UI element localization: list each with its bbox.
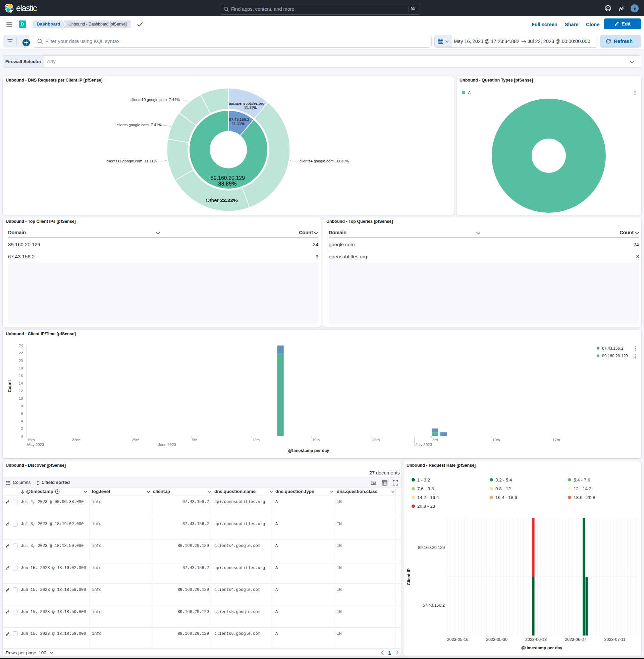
svg-text:9.8 - 12: 9.8 - 12 (496, 486, 511, 491)
svg-text:89.160.20.129: 89.160.20.129 (602, 354, 628, 358)
svg-text:67.43.156.2: 67.43.156.2 (229, 117, 250, 121)
svg-text:Count: Count (7, 380, 12, 392)
svg-text:18: 18 (19, 366, 23, 370)
svg-text:16: 16 (19, 374, 23, 378)
svg-text:2023-06-27: 2023-06-27 (565, 637, 586, 642)
svg-text:Other 22.22%: Other 22.22% (206, 197, 238, 203)
svg-text:14: 14 (19, 381, 23, 385)
svg-text:Client IP: Client IP (407, 568, 411, 585)
svg-text:19th: 19th (312, 438, 320, 442)
svg-text:12: 12 (19, 389, 23, 393)
svg-text:18.6 - 20.8: 18.6 - 20.8 (574, 495, 595, 500)
svg-text:10th: 10th (492, 438, 500, 442)
svg-text:5.4 - 7.6: 5.4 - 7.6 (574, 477, 590, 482)
svg-text:May 2023: May 2023 (27, 442, 44, 447)
svg-text:89.160.20.129: 89.160.20.129 (211, 175, 245, 181)
svg-text:22nd: 22nd (72, 438, 80, 442)
svg-text:20: 20 (19, 359, 23, 363)
svg-text:5th: 5th (192, 438, 198, 442)
svg-text:26th: 26th (372, 438, 380, 442)
svg-text:2023-05-16: 2023-05-16 (447, 637, 468, 642)
svg-text:clients11.google.com 11.11%: clients11.google.com 11.11% (106, 159, 157, 163)
svg-text:10: 10 (19, 396, 23, 400)
svg-text:67.43.156.2: 67.43.156.2 (423, 603, 445, 608)
svg-text:22: 22 (19, 351, 23, 355)
svg-text:11.11%: 11.11% (244, 106, 257, 110)
svg-text:7.6 - 9.8: 7.6 - 9.8 (417, 486, 434, 491)
svg-text:clients4.google.com 33.33%: clients4.google.com 33.33% (300, 159, 349, 163)
svg-text:15th: 15th (27, 438, 34, 442)
svg-text:17th: 17th (552, 438, 560, 442)
svg-text:88.89%: 88.89% (218, 181, 236, 186)
svg-text:0: 0 (21, 434, 23, 438)
svg-text:12 - 14.2: 12 - 14.2 (574, 486, 591, 491)
svg-text:67.43.156.2: 67.43.156.2 (602, 346, 624, 350)
svg-text:14.2 - 16.4: 14.2 - 16.4 (417, 495, 439, 500)
svg-text:16.4 - 18.6: 16.4 - 18.6 (496, 495, 517, 500)
svg-text:3rd: 3rd (432, 438, 438, 442)
svg-text:8: 8 (21, 404, 23, 408)
svg-text:2: 2 (21, 427, 23, 431)
svg-text:11.11%: 11.11% (232, 122, 245, 126)
svg-text:2023-06-13: 2023-06-13 (525, 637, 547, 642)
svg-text:June 2023: June 2023 (158, 442, 176, 447)
svg-text:1 - 3.2: 1 - 3.2 (417, 477, 430, 482)
svg-text:@timestamp per day: @timestamp per day (521, 645, 562, 650)
svg-text:20.8 - 23: 20.8 - 23 (417, 504, 435, 509)
svg-text:2023-07-11: 2023-07-11 (604, 637, 625, 642)
svg-text:2023-05-30: 2023-05-30 (486, 637, 507, 642)
svg-text:clients.google.com 7.41%: clients.google.com 7.41% (117, 123, 162, 127)
svg-text:4: 4 (21, 419, 23, 423)
svg-text:A: A (468, 90, 471, 95)
svg-text:3.2 - 5.4: 3.2 - 5.4 (496, 477, 512, 482)
svg-text:24: 24 (19, 344, 23, 348)
svg-text:@timestamp per day: @timestamp per day (288, 448, 329, 453)
svg-text:89.160.20.129: 89.160.20.129 (418, 545, 445, 550)
svg-text:clients10.google.com 7.41%: clients10.google.com 7.41% (131, 98, 180, 102)
svg-text:api.opensubtitles.org: api.opensubtitles.org (229, 101, 264, 105)
svg-text:6: 6 (21, 411, 23, 415)
svg-text:12th: 12th (252, 438, 260, 442)
svg-text:July 2023: July 2023 (416, 442, 432, 447)
svg-text:29th: 29th (132, 438, 139, 442)
